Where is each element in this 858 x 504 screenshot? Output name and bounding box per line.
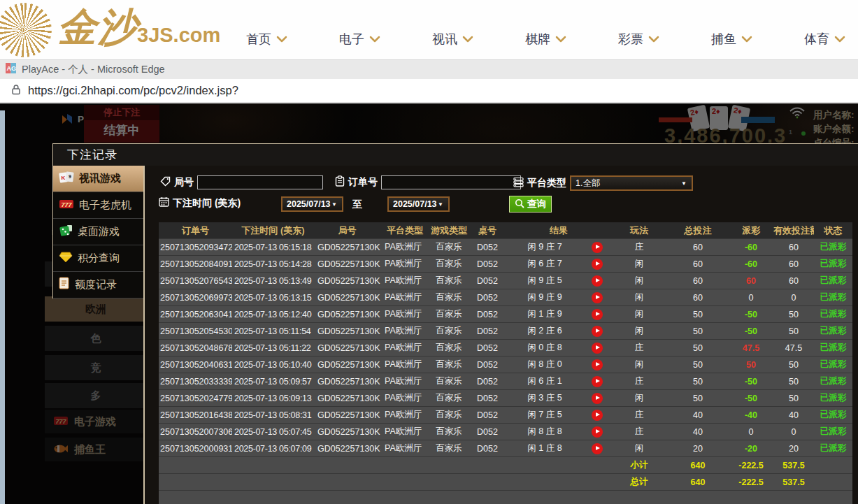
status-badge: 已派彩 (814, 409, 852, 421)
col-header: 结果 (506, 224, 611, 237)
magnifier-icon (515, 199, 524, 210)
nav-item-7[interactable]: 体育 (804, 31, 845, 48)
bet-records-table: 订单号下注时间 (美东)局号平台类型游戏类型桌号结果玩法总投注派彩有效投注额状态… (159, 222, 852, 504)
search-button[interactable]: 查询 (509, 196, 552, 213)
sidebar-item-桌面游戏[interactable]: 桌面游戏 (53, 219, 145, 245)
table-row: 2507130520486782025-07-13 05:11:22GD0522… (159, 340, 852, 357)
play-video-button[interactable] (592, 275, 603, 287)
platform: PA欧洲厅 (380, 392, 429, 404)
url-bar[interactable]: https://gci.2hhapi.com/pc/pcv2/index.jsp… (0, 79, 858, 103)
lock-icon[interactable] (11, 84, 21, 98)
result: 闲 6 庄 1 (506, 375, 583, 387)
valid-bet-sum: 537.5 (773, 461, 814, 470)
play-video-button[interactable] (592, 292, 603, 303)
play-cell (583, 426, 611, 438)
round-label: 局号 (174, 176, 194, 189)
order-input[interactable] (381, 175, 521, 189)
payout: 0 (729, 293, 773, 303)
platform: PA欧洲厅 (380, 241, 429, 253)
chevron-down-icon (369, 33, 380, 45)
play-video-button[interactable] (592, 393, 603, 404)
col-header: 玩法 (611, 224, 667, 237)
result: 闲 3 庄 5 (506, 392, 583, 404)
nav-item-1[interactable]: 首页 (246, 31, 287, 48)
payout: -50 (729, 394, 773, 403)
total-bet: 40 (667, 427, 729, 437)
bet-side: 闲 (611, 359, 667, 370)
table-number: D052 (469, 444, 506, 454)
bet-time: 2025-07-13 05:12:40 (232, 310, 314, 319)
bet-time: 2025-07-13 05:15:18 (232, 243, 314, 252)
total-bet: 60 (667, 243, 729, 252)
round-number: GD052257130KE (314, 276, 380, 286)
game-type: 百家乐 (429, 308, 469, 320)
platform: PA欧洲厅 (380, 291, 429, 303)
table-row: 2507130520406312025-07-13 05:10:40GD0522… (159, 357, 852, 373)
valid-bet-sum: 537.5 (773, 477, 814, 487)
chevron-down-icon (462, 33, 473, 45)
nav-item-6[interactable]: 捕鱼 (711, 31, 752, 48)
play-video-button[interactable] (592, 242, 603, 253)
game-stage: PLAYACE 停止下注 结算中 pgac $ 283. 存款 K9 视 卡卡欧… (0, 103, 858, 504)
play-video-button[interactable] (592, 309, 603, 320)
play-video-button[interactable] (592, 410, 603, 421)
url-text[interactable]: https://gci.2hhapi.com/pc/pcv2/index.jsp… (28, 84, 238, 97)
table-number: D052 (469, 293, 506, 303)
cards-icon: K9 (59, 171, 74, 187)
nav-item-4[interactable]: 棋牌 (525, 31, 566, 48)
bet-side: 闲 (611, 275, 667, 287)
status-badge: 已派彩 (814, 342, 852, 354)
dice-icon (59, 224, 73, 240)
bet-time: 2025-07-13 05:09:13 (232, 394, 314, 403)
play-video-button[interactable] (592, 359, 603, 370)
bet-side: 闲 (611, 258, 667, 270)
date-from-select[interactable]: 2025/07/13▼ (281, 196, 343, 212)
sidebar-item-视讯游戏[interactable]: K9视讯游戏 (53, 166, 145, 192)
round-number: GD052257130KG (314, 243, 380, 252)
total-bet: 20 (667, 444, 729, 454)
valid-bet: 47.5 (773, 343, 814, 353)
valid-bet: 50 (773, 310, 814, 319)
play-video-button[interactable] (592, 343, 603, 354)
order-number: 250713052007306 (159, 427, 232, 437)
round-input[interactable] (197, 175, 323, 189)
payout: 0 (729, 427, 773, 437)
bet-side: 庄 (611, 342, 667, 354)
play-video-button[interactable] (592, 443, 603, 454)
play-video-button[interactable] (592, 259, 603, 270)
nav-item-2[interactable]: 电子 (339, 31, 380, 48)
bet-time: 2025-07-13 05:10:40 (232, 360, 314, 370)
total-bet: 50 (667, 343, 729, 353)
play-video-button[interactable] (592, 376, 603, 387)
main-nav: 首页电子视讯棋牌彩票捕鱼体育 (246, 28, 845, 50)
round-number: GD052257130K9 (314, 360, 380, 370)
platform: PA欧洲厅 (380, 325, 429, 337)
platform: PA欧洲厅 (380, 258, 429, 270)
col-header: 状态 (814, 224, 852, 237)
bet-records-titlebar: 下注记录 (52, 143, 858, 166)
status-badge: 已派彩 (814, 275, 852, 287)
screen: 金沙 3JS.com 首页电子视讯棋牌彩票捕鱼体育 AG PlayAce - 个… (0, 0, 858, 504)
play-cell (583, 359, 611, 370)
sidebar-item-额度记录[interactable]: 额度记录 (53, 272, 145, 298)
status-badge: 已派彩 (814, 241, 852, 253)
play-cell (583, 376, 611, 387)
date-to-select[interactable]: 2025/07/13▼ (387, 196, 450, 212)
play-video-button[interactable] (592, 326, 603, 337)
game-type: 百家乐 (429, 342, 469, 354)
game-type: 百家乐 (429, 426, 469, 438)
total-bet-sum: 640 (667, 477, 729, 487)
valid-bet: 60 (773, 276, 814, 286)
nav-item-5[interactable]: 彩票 (618, 31, 659, 48)
nav-item-3[interactable]: 视讯 (432, 31, 473, 48)
valid-bet: 60 (773, 243, 814, 252)
bet-time: 2025-07-13 05:07:09 (232, 444, 314, 454)
play-video-button[interactable] (592, 426, 603, 438)
order-number: 250713052076543 (159, 276, 232, 286)
sidebar-item-电子老虎机[interactable]: 777电子老虎机 (53, 192, 145, 219)
table-number: D052 (469, 410, 506, 420)
order-label: 订单号 (348, 176, 378, 189)
platform-select[interactable]: 1.全部▼ (570, 175, 693, 191)
order-number: 250713052024779 (159, 394, 232, 403)
sidebar-item-积分查询[interactable]: 积分查询 (53, 245, 145, 272)
